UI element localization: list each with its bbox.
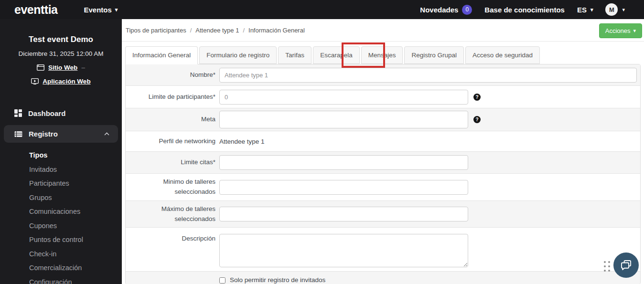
caret-down-icon: ▾ [115,7,118,12]
sitio-web-link[interactable]: Sitio Web [48,64,77,71]
aplicacion-web-link[interactable]: Aplicación Web [43,78,90,85]
novedades-count-badge: 0 [462,5,472,15]
acciones-button-label: Acciones [605,27,631,34]
tab-acceso-de-seguridad[interactable]: Acceso de seguridad [465,46,540,64]
descripcion-label: Descripción [126,234,215,244]
descripcion-textarea[interactable] [219,234,468,267]
solo-invitados-checkbox[interactable] [219,277,225,284]
avatar: M [605,3,618,16]
form-row-limite-participantes: Limite de participantes* ? [126,86,640,108]
registro-submenu: Tipos Invitados Participantes Grupos Com… [0,148,122,284]
chat-launcher-button[interactable] [613,252,639,278]
sidebar-item-registro[interactable]: Registro [4,125,118,143]
sidebar-item-label: Registro [29,130,58,138]
tab-registro-grupal[interactable]: Registro Grupal [404,46,464,64]
limite-citas-input[interactable] [219,155,468,170]
sidebar-item-invitados[interactable]: Invitados [0,163,122,177]
sidebar-item-puntos-de-control[interactable]: Puntos de control [0,233,122,247]
meta-label: Meta [126,115,215,125]
form-row-solo-invitados: Solo permitir registro de invitados [126,272,640,284]
sidebar-item-cupones[interactable]: Cupones [0,219,122,233]
eventos-menu[interactable]: Eventos ▾ [84,6,118,14]
caret-down-icon: ▾ [622,7,625,12]
eventos-menu-label: Eventos [84,6,111,14]
sidebar-item-tipos[interactable]: Tipos [0,148,122,163]
form-row-perfil-networking: Perfil de networking Attendee type 1 [126,131,640,152]
tab-tarifas[interactable]: Tarifas [278,46,311,64]
sidebar-item-dashboard[interactable]: Dashboard [0,104,122,122]
sidebar-item-comunicaciones[interactable]: Comunicaciones [0,205,122,219]
sitio-web-suffix: – [81,64,85,71]
nombre-input[interactable] [219,68,637,83]
event-datetime: Diciembre 31, 2025 12:00 AM [0,50,122,57]
breadcrumb-attendee-type[interactable]: Attendee type 1 [195,27,239,34]
event-name: Test event Demo [0,35,122,44]
sidebar-item-grupos[interactable]: Grupos [0,191,122,205]
tab-bar: Información General Formulario de regist… [125,46,644,64]
limite-participantes-input[interactable] [219,90,468,105]
form-panel: Nombre* Limite de participantes* ? Meta … [125,64,641,284]
breadcrumb-current: Información General [248,27,305,34]
sidebar-item-comercializacion[interactable]: Comercialización [0,261,122,275]
maximo-talleres-label: Máximo de talleres seleccionados [126,204,215,224]
main-content: Tipos de participantes / Attendee type 1… [122,19,644,284]
language-label: ES [577,6,587,14]
tab-informacion-general[interactable]: Información General [125,46,198,64]
sidebar-item-label: Dashboard [28,109,65,117]
chevron-up-icon [104,132,109,136]
knowledge-base-link[interactable]: Base de conocimientos [484,6,565,14]
form-row-meta: Meta ? [126,108,640,131]
top-bar: eventtia Eventos ▾ Novedades 0 Base de c… [0,0,644,19]
question-help-icon[interactable]: ? [473,94,481,101]
eventtia-logo[interactable]: eventtia [14,3,57,17]
dashboard-grid-icon [14,109,22,117]
breadcrumb-separator: / [190,27,192,34]
novedades-link[interactable]: Novedades 0 [420,5,472,15]
limite-citas-label: Limite citas* [126,158,215,168]
chat-bubbles-icon [620,259,633,272]
acciones-button[interactable]: Acciones ▾ [599,23,642,38]
tab-escarapela[interactable]: Escarapela [313,46,360,64]
form-row-maximo-talleres: Máximo de talleres seleccionados [126,201,640,228]
sidebar-item-configuracion-avanzada[interactable]: Configuración Avanzada [0,275,122,284]
form-row-nombre: Nombre* [126,64,640,86]
maximo-talleres-input[interactable] [219,207,468,221]
user-menu[interactable]: M ▾ [605,3,625,16]
novedades-label: Novedades [420,6,458,14]
knowledge-base-label: Base de conocimientos [484,6,565,14]
form-row-minimo-talleres: Minimo de talleres seleccionados [126,174,640,201]
caret-down-icon: ▾ [633,28,636,33]
minimo-talleres-input[interactable] [219,180,468,195]
form-row-limite-citas: Limite citas* [126,152,640,174]
breadcrumb: Tipos de participantes / Attendee type 1… [122,19,644,42]
sidebar-nav: Dashboard Registro Tipos Invitados Parti… [0,104,122,284]
breadcrumb-separator: / [243,27,245,34]
registro-list-icon [14,131,22,137]
limite-participantes-label: Limite de participantes* [126,92,215,102]
tab-formulario-de-registro[interactable]: Formulario de registro [199,46,277,64]
solo-invitados-label: Solo permitir registro de invitados [230,276,325,284]
meta-input[interactable] [219,111,468,128]
form-row-descripcion: Descripción [126,228,640,272]
question-help-icon[interactable]: ? [473,116,481,123]
drag-handle-dots[interactable] [604,261,611,272]
topbar-right-group: Novedades 0 Base de conocimientos ES ▾ M… [420,3,644,16]
perfil-networking-value: Attendee type 1 [219,138,265,145]
browser-window-icon [37,64,44,71]
minimo-talleres-label: Minimo de talleres seleccionados [126,177,215,197]
nombre-label: Nombre* [126,70,215,80]
tab-mensajes[interactable]: Mensajes [361,46,403,64]
caret-down-icon: ▾ [590,7,593,12]
language-selector[interactable]: ES ▾ [577,6,593,14]
web-app-play-icon [31,78,39,84]
sidebar-item-participantes[interactable]: Participantes [0,177,122,191]
sidebar-item-check-in[interactable]: Check-in [0,247,122,262]
breadcrumb-tipos-de-participantes[interactable]: Tipos de participantes [126,27,186,34]
sidebar: Test event Demo Diciembre 31, 2025 12:00… [0,19,122,284]
perfil-networking-label: Perfil de networking [126,137,215,147]
